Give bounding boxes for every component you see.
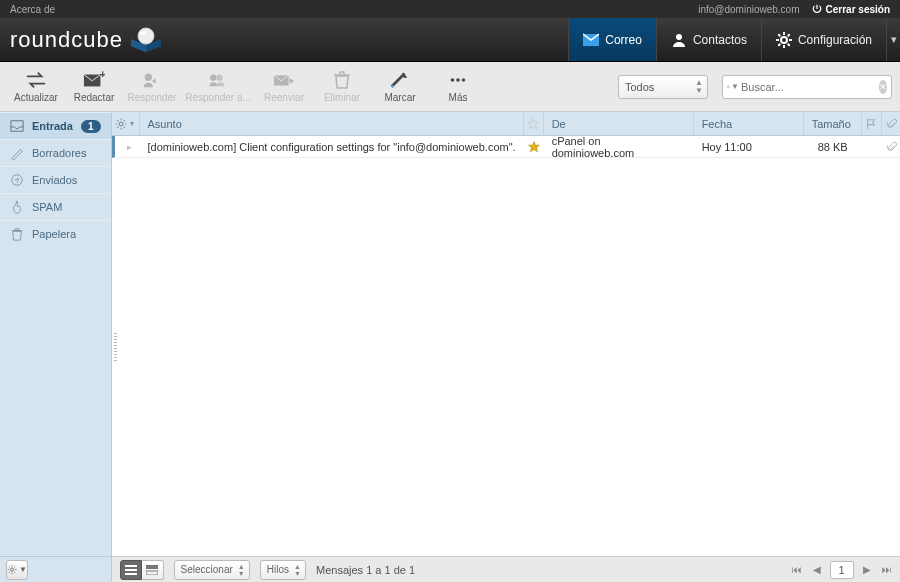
- svg-point-3: [781, 37, 787, 43]
- col-subject[interactable]: Asunto: [140, 112, 524, 135]
- sidebar-footer: ▼: [0, 556, 111, 582]
- search-scope-arrow[interactable]: ▼: [731, 82, 739, 91]
- svg-point-6: [145, 74, 152, 81]
- folder-spam[interactable]: SPAM: [0, 193, 111, 220]
- message-from: cPanel on dominioweb.com: [544, 136, 694, 157]
- tab-contacts-label: Contactos: [693, 33, 747, 47]
- trash-icon: [331, 70, 353, 90]
- delete-button: Eliminar: [314, 64, 370, 110]
- compose-button[interactable]: + Redactar: [66, 64, 122, 110]
- refresh-icon: [25, 70, 47, 90]
- folder-drafts[interactable]: Borradores: [0, 139, 111, 166]
- list-icon: [125, 565, 137, 575]
- reply-all-button: Responder a...: [182, 64, 254, 110]
- message-attachment: [882, 136, 900, 157]
- mark-button[interactable]: Marcar: [372, 64, 428, 110]
- thread-toggle[interactable]: ▸: [115, 136, 140, 157]
- view-split-button[interactable]: [142, 560, 164, 580]
- current-user-email: info@dominioweb.com: [698, 4, 799, 15]
- svg-point-8: [216, 75, 222, 81]
- search-icon: [727, 80, 730, 94]
- tab-mail[interactable]: Correo: [568, 18, 656, 61]
- message-list-header: ▼ Asunto De Fecha Tamaño: [112, 112, 900, 136]
- col-attachment[interactable]: [882, 112, 900, 135]
- col-from[interactable]: De: [544, 112, 694, 135]
- svg-point-14: [727, 85, 729, 87]
- message-flag[interactable]: [862, 136, 882, 157]
- col-star[interactable]: [524, 112, 544, 135]
- page-prev-button[interactable]: ◀: [810, 563, 824, 577]
- threads-menu[interactable]: Hilos▲▼: [260, 560, 306, 580]
- search-input[interactable]: [741, 81, 879, 93]
- unread-badge: 1: [81, 120, 101, 133]
- header-menu-arrow[interactable]: ▾: [886, 18, 900, 61]
- logout-button[interactable]: Cerrar sesión: [812, 4, 890, 15]
- message-list-empty-area: [112, 158, 900, 556]
- page-last-button[interactable]: ⏭: [880, 563, 894, 577]
- gear-icon: [776, 32, 792, 48]
- power-icon: [812, 4, 822, 14]
- reply-all-icon: [207, 70, 229, 90]
- mail-toolbar: Actualizar + Redactar Responder Responde…: [0, 62, 900, 112]
- mail-icon: [583, 32, 599, 48]
- paperclip-icon: [886, 118, 898, 130]
- svg-text:+: +: [100, 70, 106, 80]
- col-date[interactable]: Fecha: [694, 112, 804, 135]
- gear-icon: [115, 118, 127, 130]
- refresh-button[interactable]: Actualizar: [8, 64, 64, 110]
- filter-select[interactable]: Todos ▲▼: [618, 75, 708, 99]
- page-next-button[interactable]: ▶: [860, 563, 874, 577]
- main-area: Entrada 1 Borradores Enviados SPAM Papel…: [0, 112, 900, 582]
- forward-icon: [273, 70, 295, 90]
- paperclip-icon: [886, 141, 898, 153]
- view-list-button[interactable]: [120, 560, 142, 580]
- view-toggle: [120, 560, 164, 580]
- tab-contacts[interactable]: Contactos: [656, 18, 761, 61]
- svg-rect-19: [146, 571, 158, 575]
- search-clear-button[interactable]: ✕: [879, 80, 887, 94]
- compose-icon: +: [83, 70, 105, 90]
- message-list-pane: ▼ Asunto De Fecha Tamaño ▸ [dominioweb.c…: [112, 112, 900, 582]
- col-flag[interactable]: [862, 112, 882, 135]
- star-icon: [527, 118, 539, 130]
- folder-trash[interactable]: Papelera: [0, 220, 111, 247]
- main-tabs: Correo Contactos Configuración ▾: [568, 18, 900, 61]
- svg-point-0: [138, 28, 154, 44]
- page-first-button[interactable]: ⏮: [790, 563, 804, 577]
- svg-point-10: [391, 85, 394, 88]
- reply-icon: [141, 70, 163, 90]
- fire-icon: [10, 200, 24, 214]
- app-header: roundcube Correo Contactos Configuración…: [0, 18, 900, 62]
- column-settings-button[interactable]: ▼: [112, 112, 140, 135]
- svg-point-1: [140, 31, 146, 35]
- search-bar[interactable]: ▼ ✕: [722, 75, 892, 99]
- sent-icon: [10, 173, 24, 187]
- folder-inbox[interactable]: Entrada 1: [0, 112, 111, 139]
- top-bar: Acerca de info@dominioweb.com Cerrar ses…: [0, 0, 900, 18]
- folder-settings-button[interactable]: ▼: [6, 560, 28, 580]
- svg-point-17: [119, 122, 123, 126]
- message-date: Hoy 11:00: [694, 136, 804, 157]
- tab-settings[interactable]: Configuración: [761, 18, 886, 61]
- message-row[interactable]: ▸ [dominioweb.com] Client configuration …: [112, 136, 900, 158]
- tab-mail-label: Correo: [605, 33, 642, 47]
- svg-point-2: [676, 34, 682, 40]
- page-number[interactable]: 1: [830, 561, 854, 579]
- about-link[interactable]: Acerca de: [10, 4, 55, 15]
- gear-icon: [7, 564, 17, 575]
- list-footer: Seleccionar▲▼ Hilos▲▼ Mensajes 1 a 1 de …: [112, 556, 900, 582]
- select-menu[interactable]: Seleccionar▲▼: [174, 560, 250, 580]
- svg-rect-18: [146, 565, 158, 569]
- list-status-text: Mensajes 1 a 1 de 1: [316, 564, 415, 576]
- flag-icon: [865, 118, 877, 130]
- folder-sent[interactable]: Enviados: [0, 166, 111, 193]
- more-icon: [447, 70, 469, 90]
- svg-point-7: [210, 75, 216, 81]
- more-button[interactable]: Más: [430, 64, 486, 110]
- forward-button: Reenviar: [256, 64, 312, 110]
- cube-icon: [129, 26, 163, 54]
- person-icon: [671, 32, 687, 48]
- col-size[interactable]: Tamaño: [804, 112, 862, 135]
- tab-settings-label: Configuración: [798, 33, 872, 47]
- message-star[interactable]: [524, 136, 544, 157]
